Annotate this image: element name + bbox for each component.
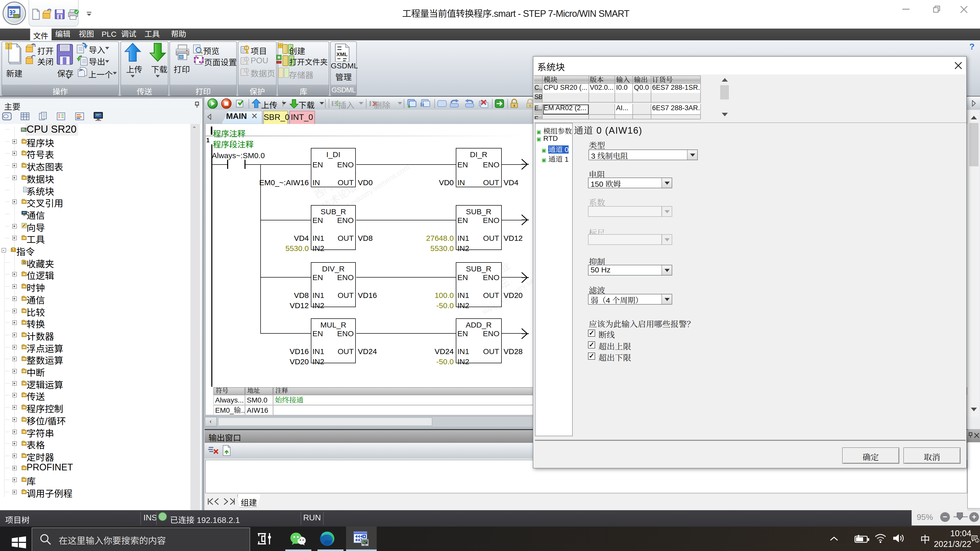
svg-text:XML: XML: [336, 51, 348, 57]
svg-text:1: 1: [977, 539, 978, 542]
